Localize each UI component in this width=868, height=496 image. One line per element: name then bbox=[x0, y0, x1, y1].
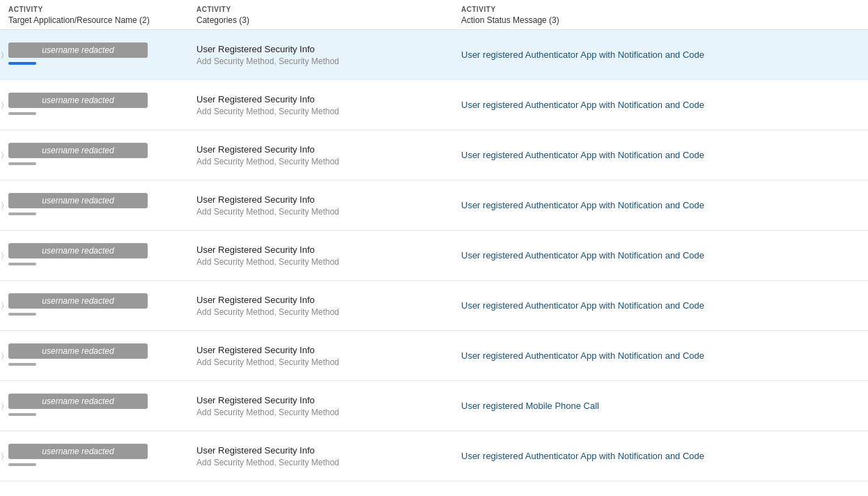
activity-title: User Registered Security Info bbox=[196, 445, 444, 456]
status-cell: User registered Authenticator App with N… bbox=[453, 343, 868, 368]
username-badge: username redacted bbox=[8, 394, 148, 409]
username-badge: username redacted bbox=[8, 93, 148, 108]
status-message: User registered Authenticator App with N… bbox=[461, 451, 704, 461]
activity-title: User Registered Security Info bbox=[196, 295, 444, 305]
expand-icon[interactable]: 〉 bbox=[1, 151, 3, 160]
user-cell: 〉 username redacted bbox=[0, 186, 188, 225]
activity-subtitle: Add Security Method, Security Method bbox=[196, 357, 444, 367]
expand-icon[interactable]: 〉 bbox=[1, 101, 3, 109]
activity-cell: User Registered Security Info Add Securi… bbox=[188, 338, 453, 374]
status-message: User registered Authenticator App with N… bbox=[461, 200, 704, 210]
username-badge: username redacted bbox=[8, 42, 148, 58]
table-body: 〉 username redacted User Registered Secu… bbox=[0, 30, 868, 481]
expand-icon[interactable]: 〉 bbox=[1, 352, 3, 360]
user-cell: 〉 username redacted bbox=[0, 136, 188, 175]
table-row[interactable]: 〉 username redacted User Registered Secu… bbox=[0, 431, 868, 481]
table-row[interactable]: 〉 username redacted User Registered Secu… bbox=[0, 80, 868, 130]
user-bar-indicator bbox=[8, 363, 36, 366]
table-row[interactable]: 〉 username redacted User Registered Secu… bbox=[0, 381, 868, 431]
status-cell: User registered Authenticator App with N… bbox=[453, 243, 868, 268]
activity-subtitle: Add Security Method, Security Method bbox=[196, 408, 444, 417]
table-row[interactable]: 〉 username redacted User Registered Secu… bbox=[0, 30, 868, 80]
activity-title: User Registered Security Info bbox=[196, 245, 444, 255]
expand-icon[interactable]: 〉 bbox=[1, 452, 3, 460]
activity-subtitle: Add Security Method, Security Method bbox=[196, 56, 444, 66]
table-row[interactable]: 〉 username redacted User Registered Secu… bbox=[0, 281, 868, 331]
user-bar-indicator bbox=[8, 313, 36, 316]
username-badge: username redacted bbox=[8, 444, 148, 459]
activity-subtitle: Add Security Method, Security Method bbox=[196, 107, 444, 116]
activity-title: User Registered Security Info bbox=[196, 194, 444, 205]
activity-cell: User Registered Security Info Add Securi… bbox=[188, 388, 453, 424]
header-activity-label-3: ACTIVITY bbox=[461, 6, 860, 13]
header-col-3: ACTIVITY Action Status Message (3) bbox=[453, 6, 868, 25]
user-cell: 〉 username redacted bbox=[0, 86, 188, 125]
user-cell: 〉 username redacted bbox=[0, 236, 188, 275]
activity-cell: User Registered Security Info Add Securi… bbox=[188, 137, 453, 173]
status-message: User registered Authenticator App with N… bbox=[461, 300, 704, 311]
table-header: ACTIVITY Target Application/Resource Nam… bbox=[0, 0, 868, 30]
status-message: User registered Mobile Phone Call bbox=[461, 401, 599, 411]
status-cell: User registered Authenticator App with N… bbox=[453, 143, 868, 167]
activity-cell: User Registered Security Info Add Securi… bbox=[188, 288, 453, 324]
user-cell: 〉 username redacted bbox=[0, 36, 188, 75]
expand-icon[interactable]: 〉 bbox=[1, 302, 3, 310]
status-message: User registered Authenticator App with N… bbox=[461, 100, 704, 110]
username-badge: username redacted bbox=[8, 293, 148, 309]
user-bar-indicator bbox=[8, 263, 36, 265]
header-activity-label-1: ACTIVITY bbox=[8, 6, 180, 13]
user-bar-indicator bbox=[8, 62, 36, 65]
activity-title: User Registered Security Info bbox=[196, 94, 444, 104]
user-bar-indicator bbox=[8, 413, 36, 416]
expand-icon[interactable]: 〉 bbox=[1, 201, 3, 210]
activity-subtitle: Add Security Method, Security Method bbox=[196, 157, 444, 166]
activity-cell: User Registered Security Info Add Securi… bbox=[188, 438, 453, 474]
activity-subtitle: Add Security Method, Security Method bbox=[196, 257, 444, 267]
user-cell: 〉 username redacted bbox=[0, 387, 188, 426]
user-bar-indicator bbox=[8, 112, 36, 115]
activity-title: User Registered Security Info bbox=[196, 345, 444, 355]
expand-icon[interactable]: 〉 bbox=[1, 402, 3, 410]
activity-subtitle: Add Security Method, Security Method bbox=[196, 458, 444, 467]
activity-cell: User Registered Security Info Add Securi… bbox=[188, 238, 453, 274]
table-row[interactable]: 〉 username redacted User Registered Secu… bbox=[0, 130, 868, 180]
expand-icon[interactable]: 〉 bbox=[1, 51, 3, 59]
status-cell: User registered Authenticator App with N… bbox=[453, 444, 868, 468]
activity-subtitle: Add Security Method, Security Method bbox=[196, 307, 444, 317]
status-cell: User registered Mobile Phone Call bbox=[453, 394, 868, 418]
user-bar-indicator bbox=[8, 212, 36, 215]
status-message: User registered Authenticator App with N… bbox=[461, 350, 704, 361]
username-badge: username redacted bbox=[8, 343, 148, 359]
table-row[interactable]: 〉 username redacted User Registered Secu… bbox=[0, 180, 868, 231]
user-bar-indicator bbox=[8, 162, 36, 165]
table-row[interactable]: 〉 username redacted User Registered Secu… bbox=[0, 231, 868, 281]
status-cell: User registered Authenticator App with N… bbox=[453, 42, 868, 67]
header-col-1: ACTIVITY Target Application/Resource Nam… bbox=[0, 6, 188, 25]
status-cell: User registered Authenticator App with N… bbox=[453, 193, 868, 217]
activity-cell: User Registered Security Info Add Securi… bbox=[188, 37, 453, 73]
user-bar-indicator bbox=[8, 463, 36, 466]
status-message: User registered Authenticator App with N… bbox=[461, 49, 704, 60]
header-col-2: ACTIVITY Categories (3) bbox=[188, 6, 453, 25]
activity-cell: User Registered Security Info Add Securi… bbox=[188, 87, 453, 123]
activity-cell: User Registered Security Info Add Securi… bbox=[188, 187, 453, 224]
user-cell: 〉 username redacted bbox=[0, 336, 188, 375]
header-subtitle-2: Categories (3) bbox=[196, 15, 249, 25]
username-badge: username redacted bbox=[8, 193, 148, 208]
activity-title: User Registered Security Info bbox=[196, 144, 444, 155]
status-cell: User registered Authenticator App with N… bbox=[453, 93, 868, 117]
main-table: ACTIVITY Target Application/Resource Nam… bbox=[0, 0, 868, 481]
status-cell: User registered Authenticator App with N… bbox=[453, 293, 868, 318]
activity-title: User Registered Security Info bbox=[196, 44, 444, 54]
expand-icon[interactable]: 〉 bbox=[1, 251, 3, 260]
user-cell: 〉 username redacted bbox=[0, 437, 188, 476]
username-badge: username redacted bbox=[8, 243, 148, 258]
user-cell: 〉 username redacted bbox=[0, 286, 188, 325]
activity-title: User Registered Security Info bbox=[196, 395, 444, 405]
status-message: User registered Authenticator App with N… bbox=[461, 150, 704, 160]
header-subtitle-3: Action Status Message (3) bbox=[461, 15, 559, 25]
header-subtitle-1: Target Application/Resource Name (2) bbox=[8, 15, 150, 25]
header-activity-label-2: ACTIVITY bbox=[196, 6, 444, 13]
status-message: User registered Authenticator App with N… bbox=[461, 250, 704, 261]
table-row[interactable]: 〉 username redacted User Registered Secu… bbox=[0, 331, 868, 381]
